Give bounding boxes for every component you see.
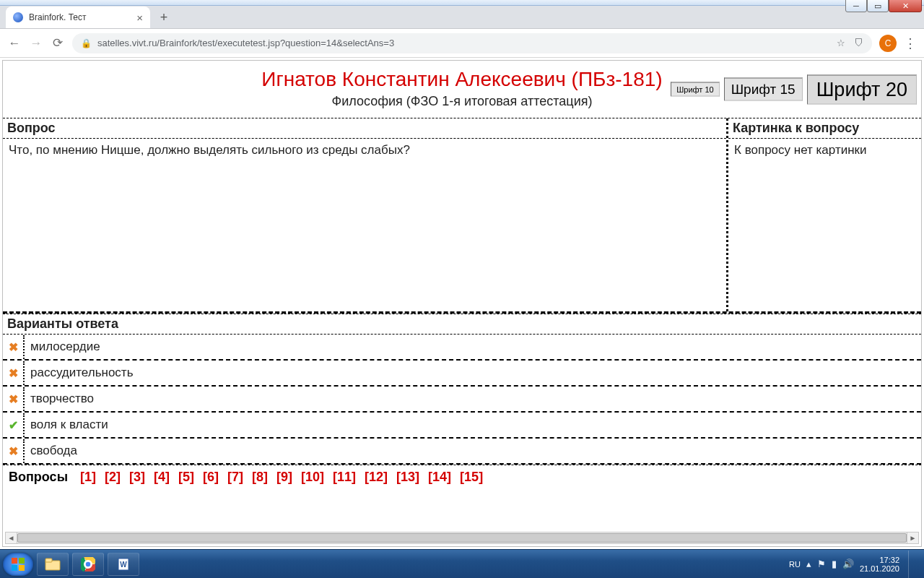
tray-time: 17:32 (879, 556, 899, 564)
browser-tab[interactable]: Brainfork. Тест × (6, 7, 150, 28)
taskbar-word-button[interactable]: W (108, 553, 139, 576)
svg-text:W: W (120, 561, 127, 569)
tray-up-icon[interactable]: ▴ (806, 558, 811, 569)
word-icon: W (116, 557, 131, 571)
taskbar: W RU ▴ ⚑ ▮ 🔊 17:32 21.01.2020 (0, 549, 924, 578)
window-minimize-button[interactable]: ─ (845, 0, 867, 12)
question-link-4[interactable]: [4] (154, 470, 170, 484)
window-titlebar: ─ ▭ ✕ (0, 0, 924, 6)
show-desktop-button[interactable] (908, 551, 917, 578)
question-row: Вопрос Что, по мнению Ницше, должно выде… (3, 118, 921, 314)
cross-icon: ✖ (3, 439, 25, 463)
tray-clock[interactable]: 17:32 21.01.2020 (860, 556, 899, 573)
tray-language[interactable]: RU (789, 560, 801, 569)
font-size-10-button[interactable]: Шрифт 10 (671, 82, 719, 97)
check-icon: ✔ (3, 413, 25, 437)
profile-avatar[interactable]: C (879, 35, 897, 52)
question-link-3[interactable]: [3] (129, 470, 145, 484)
question-image-label: Картинка к вопросу (728, 118, 921, 139)
scroll-left-arrow[interactable]: ◄ (6, 532, 17, 543)
question-link-9[interactable]: [9] (276, 470, 292, 484)
forward-button[interactable]: → (29, 36, 43, 51)
tray-date: 21.01.2020 (860, 564, 899, 573)
folder-icon (45, 558, 61, 571)
font-size-15-button[interactable]: Шрифт 15 (724, 78, 803, 101)
question-link-8[interactable]: [8] (252, 470, 268, 484)
shield-icon[interactable]: ⛉ (854, 38, 863, 48)
reload-button[interactable]: ⟳ (51, 35, 65, 51)
question-link-2[interactable]: [2] (105, 470, 121, 484)
svg-rect-3 (19, 565, 25, 571)
chrome-icon (81, 557, 95, 571)
question-link-12[interactable]: [12] (365, 470, 388, 484)
windows-logo-icon (11, 557, 25, 571)
browser-tabstrip: Brainfork. Тест × + (0, 6, 924, 29)
answer-row[interactable]: ✖свобода (3, 439, 921, 465)
new-tab-button[interactable]: + (154, 8, 173, 27)
question-link-5[interactable]: [5] (178, 470, 194, 484)
question-text: Что, по мнению Ницше, должно выделять си… (3, 139, 726, 311)
question-link-7[interactable]: [7] (227, 470, 243, 484)
svg-point-10 (85, 561, 91, 567)
font-size-20-button[interactable]: Шрифт 20 (807, 74, 917, 104)
svg-rect-1 (19, 558, 25, 564)
answers-label: Варианты ответа (3, 314, 921, 335)
answer-text[interactable]: воля к власти (25, 413, 921, 437)
scroll-right-arrow[interactable]: ► (907, 532, 918, 543)
answer-text[interactable]: рассудительность (25, 361, 921, 385)
horizontal-scrollbar[interactable]: ◄ ► (5, 532, 919, 544)
page-viewport: Игнатов Константин Алексеевич (ПБз-181) … (0, 58, 924, 549)
lock-icon: 🔒 (81, 38, 92, 48)
question-link-10[interactable]: [10] (301, 470, 324, 484)
test-header: Игнатов Константин Алексеевич (ПБз-181) … (3, 61, 921, 118)
svg-rect-2 (12, 565, 17, 571)
system-tray: RU ▴ ⚑ ▮ 🔊 17:32 21.01.2020 (789, 551, 921, 578)
question-nav: Вопросы [1][2][3][4][5][6][7][8][9][10][… (3, 465, 921, 489)
answer-text[interactable]: творчество (25, 387, 921, 411)
answer-row[interactable]: ✖творчество (3, 387, 921, 413)
question-link-15[interactable]: [15] (460, 470, 483, 484)
flag-icon[interactable]: ⚑ (817, 558, 826, 569)
question-link-11[interactable]: [11] (333, 470, 356, 484)
nav-label: Вопросы (9, 470, 68, 484)
answers-list: ✖милосердие✖рассудительность✖творчество✔… (3, 335, 921, 465)
svg-rect-0 (12, 558, 17, 564)
question-link-13[interactable]: [13] (396, 470, 419, 484)
window-close-button[interactable]: ✕ (889, 0, 922, 12)
tab-title: Brainfork. Тест (29, 12, 87, 22)
browser-menu-button[interactable]: ⋮ (904, 35, 917, 51)
taskbar-explorer-button[interactable] (37, 553, 69, 576)
back-button[interactable]: ← (7, 36, 22, 51)
window-maximize-button[interactable]: ▭ (867, 0, 889, 12)
question-link-14[interactable]: [14] (428, 470, 451, 484)
browser-navbar: ← → ⟳ 🔒 satelles.vivt.ru/Brainfork/test/… (0, 29, 924, 58)
scroll-thumb[interactable] (17, 533, 907, 543)
tab-close-button[interactable]: × (136, 12, 143, 24)
favicon-icon (13, 12, 23, 22)
network-icon[interactable]: ▮ (832, 558, 837, 569)
svg-rect-5 (45, 558, 52, 562)
answer-row[interactable]: ✔воля к власти (3, 413, 921, 439)
question-link-1[interactable]: [1] (80, 470, 96, 484)
answer-row[interactable]: ✖милосердие (3, 335, 921, 361)
cross-icon: ✖ (3, 387, 25, 411)
answer-text[interactable]: милосердие (25, 335, 921, 359)
question-label: Вопрос (3, 118, 726, 139)
start-button[interactable] (3, 553, 33, 576)
taskbar-chrome-button[interactable] (72, 553, 104, 576)
address-bar[interactable]: 🔒 satelles.vivt.ru/Brainfork/test/execut… (72, 33, 872, 53)
cross-icon: ✖ (3, 335, 25, 359)
url-text: satelles.vivt.ru/Brainfork/test/executet… (97, 38, 831, 48)
question-link-6[interactable]: [6] (203, 470, 219, 484)
volume-icon[interactable]: 🔊 (842, 558, 854, 569)
bookmark-star-icon[interactable]: ☆ (837, 38, 845, 48)
answer-row[interactable]: ✖рассудительность (3, 361, 921, 387)
cross-icon: ✖ (3, 361, 25, 385)
no-image-text: К вопросу нет картинки (728, 139, 921, 162)
answer-text[interactable]: свобода (25, 439, 921, 463)
